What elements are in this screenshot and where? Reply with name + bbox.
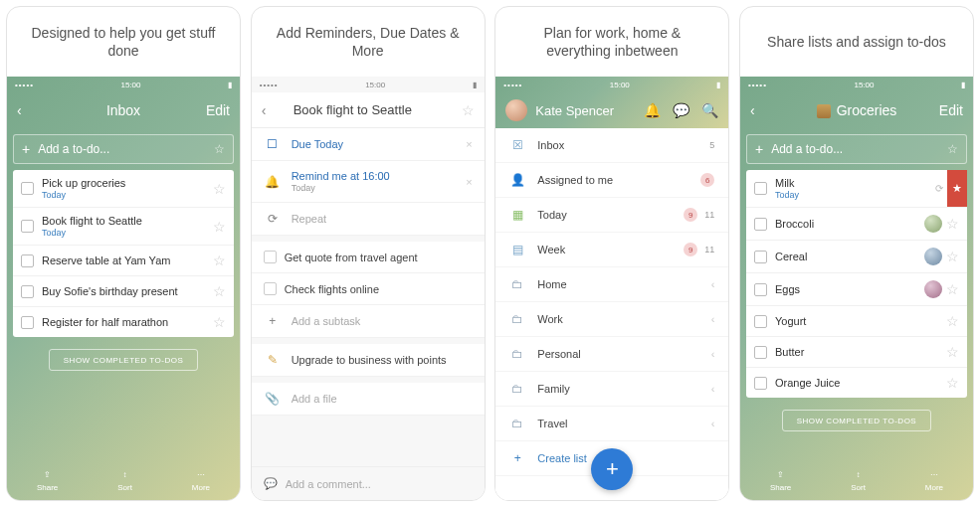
share-button[interactable]: ⇪Share <box>770 470 791 492</box>
edit-button[interactable]: Edit <box>202 102 230 118</box>
sort-icon: ↕ <box>857 470 861 482</box>
subtask-list: Get quote from travel agent Check flight… <box>252 242 485 338</box>
star-icon[interactable]: ☆ <box>946 313 959 329</box>
star-icon[interactable]: ☆ <box>213 253 226 268</box>
checkbox[interactable] <box>754 315 767 328</box>
checkbox[interactable] <box>754 251 767 263</box>
back-button[interactable]: ‹ <box>262 102 290 118</box>
todo-item[interactable]: MilkToday ⟳ ★ <box>746 170 967 208</box>
caption-2: Add Reminders, Due Dates & More <box>252 7 485 77</box>
todo-item[interactable]: Eggs ☆ <box>746 273 967 306</box>
caption-1: Designed to help you get stuff done <box>7 7 240 77</box>
reminder-row[interactable]: 🔔 Remind me at 16:00Today × <box>252 161 485 203</box>
back-button[interactable]: ‹ <box>750 102 778 118</box>
add-todo-input[interactable]: + Add a to-do... ☆ <box>13 134 234 164</box>
folder-travel[interactable]: 🗀Travel‹ <box>495 407 728 441</box>
checkbox[interactable] <box>21 285 34 298</box>
back-button[interactable]: ‹ <box>17 102 45 118</box>
signal-icon: ••••• <box>748 81 767 89</box>
status-time: 15:00 <box>120 81 140 89</box>
star-icon[interactable]: ☆ <box>213 219 226 235</box>
pencil-icon: ✎ <box>264 353 282 367</box>
star-icon[interactable]: ☆ <box>946 216 959 232</box>
sort-button[interactable]: ↕Sort <box>117 470 132 492</box>
todo-item[interactable]: Broccoli ☆ <box>746 208 967 241</box>
smart-item-assigned[interactable]: 👤 Assigned to me 6 <box>495 163 728 198</box>
todo-item[interactable]: Book flight to SeattleToday ☆ <box>13 208 234 246</box>
folder-home[interactable]: 🗀Home‹ <box>495 267 728 302</box>
checkbox[interactable] <box>754 218 767 231</box>
add-file-row[interactable]: 📎 Add a file <box>252 383 485 416</box>
checkbox[interactable] <box>754 346 767 359</box>
folder-work[interactable]: 🗀Work‹ <box>495 302 728 337</box>
smart-item-inbox[interactable]: ☒ Inbox 5 <box>495 128 728 163</box>
more-button[interactable]: ⋯More <box>925 470 943 492</box>
star-icon[interactable]: ☆ <box>946 375 959 391</box>
checkbox[interactable] <box>21 220 34 233</box>
share-button[interactable]: ⇪Share <box>37 470 58 492</box>
add-todo-input[interactable]: + Add a to-do... ☆ <box>746 134 967 164</box>
due-date-row[interactable]: ☐ Due Today × <box>252 128 485 161</box>
add-subtask-row[interactable]: + Add a subtask <box>252 305 485 338</box>
checkbox[interactable] <box>754 283 767 296</box>
clear-icon[interactable]: × <box>466 138 472 150</box>
star-flag[interactable]: ★ <box>947 170 967 207</box>
note-row[interactable]: ✎ Upgrade to business with points <box>252 344 485 377</box>
star-button[interactable]: ☆ <box>447 102 475 118</box>
folder-personal[interactable]: 🗀Personal‹ <box>495 337 728 372</box>
show-completed-button[interactable]: SHOW COMPLETED TO-DOS <box>782 410 931 431</box>
more-button[interactable]: ⋯More <box>192 470 210 492</box>
todo-item[interactable]: Buy Sofie's birthday present ☆ <box>13 276 234 307</box>
todo-item[interactable]: Reserve table at Yam Yam ☆ <box>13 246 234 276</box>
todo-item[interactable]: Pick up groceriesToday ☆ <box>13 170 234 208</box>
star-icon[interactable]: ☆ <box>213 314 226 330</box>
todo-item[interactable]: Yogurt ☆ <box>746 306 967 337</box>
todo-item[interactable]: Butter ☆ <box>746 337 967 368</box>
status-bar: ••••• 15:00 ▮ <box>495 77 728 92</box>
add-comment-input[interactable]: 💬 Add a comment... <box>252 466 485 500</box>
subtask-item[interactable]: Check flights online <box>252 273 485 305</box>
checkbox[interactable] <box>754 377 767 390</box>
show-completed-button[interactable]: SHOW COMPLETED TO-DOS <box>49 349 198 371</box>
detail-list: ☐ Due Today × 🔔 Remind me at 16:00Today … <box>252 128 485 236</box>
repeat-row[interactable]: ⟳ Repeat <box>252 203 485 236</box>
star-icon[interactable]: ☆ <box>213 181 226 197</box>
todo-item[interactable]: Register for half marathon ☆ <box>13 307 234 337</box>
chevron-left-icon: ‹ <box>711 348 715 360</box>
todo-item[interactable]: Cereal ☆ <box>746 241 967 273</box>
add-placeholder: Add a to-do... <box>38 142 109 156</box>
more-icon: ⋯ <box>930 470 938 482</box>
subtask-item[interactable]: Get quote from travel agent <box>252 242 485 273</box>
star-icon[interactable]: ☆ <box>946 344 959 360</box>
smart-item-today[interactable]: ▦ Today 911 <box>495 198 728 233</box>
note-section: ✎ Upgrade to business with points <box>252 344 485 377</box>
clear-icon[interactable]: × <box>466 176 472 188</box>
checkbox[interactable] <box>21 316 34 329</box>
smart-item-week[interactable]: ▤ Week 911 <box>495 233 728 267</box>
avatar[interactable] <box>505 99 527 121</box>
chevron-left-icon: ‹ <box>711 418 715 429</box>
checkbox[interactable] <box>21 254 34 267</box>
fab-add-button[interactable]: + <box>591 448 633 490</box>
star-icon[interactable]: ☆ <box>946 249 959 264</box>
chat-icon[interactable]: 💬 <box>673 102 689 118</box>
bell-icon[interactable]: 🔔 <box>644 102 661 118</box>
search-icon[interactable]: 🔍 <box>701 102 718 118</box>
nav-bar: ‹ Groceries Edit <box>740 92 973 128</box>
checkbox[interactable] <box>754 182 767 195</box>
battery-icon: ▮ <box>961 81 965 89</box>
paperclip-icon: 📎 <box>264 392 282 406</box>
star-icon[interactable]: ☆ <box>946 281 959 297</box>
edit-button[interactable]: Edit <box>935 102 963 118</box>
checkbox[interactable] <box>264 251 277 263</box>
cart-icon <box>817 104 831 118</box>
sort-button[interactable]: ↕Sort <box>851 470 866 492</box>
star-icon[interactable]: ☆ <box>213 283 226 299</box>
sort-icon: ↕ <box>123 470 127 482</box>
folder-family[interactable]: 🗀Family‹ <box>495 372 728 407</box>
checkbox[interactable] <box>264 282 277 295</box>
checkbox[interactable] <box>21 182 34 195</box>
phone-2: ••••• 15:00 ▮ ‹ Book flight to Seattle ☆… <box>252 77 485 500</box>
todo-item[interactable]: Orange Juice ☆ <box>746 368 967 398</box>
person-icon: 👤 <box>509 173 525 187</box>
